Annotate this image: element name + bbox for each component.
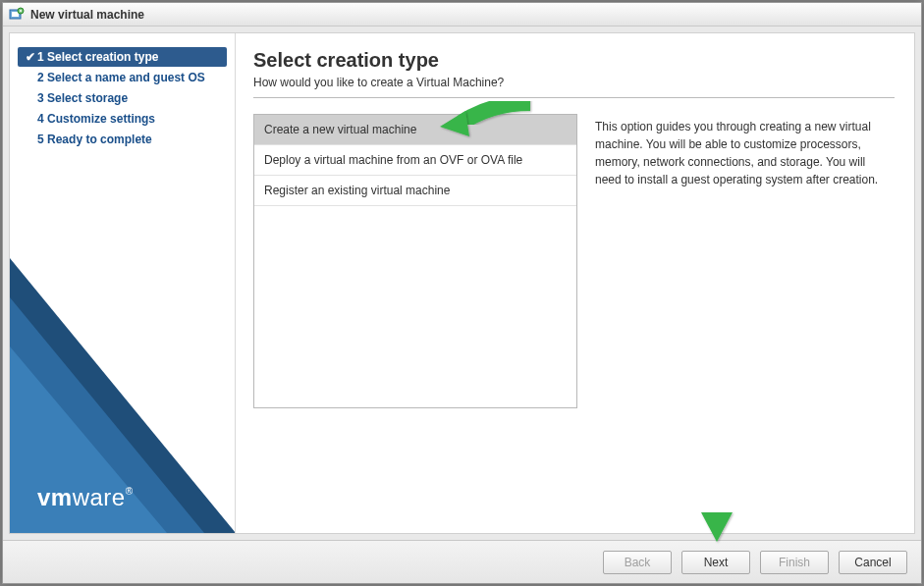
back-button[interactable]: Back bbox=[603, 551, 672, 574]
creation-type-listbox[interactable]: Create a new virtual machine Deploy a vi… bbox=[253, 114, 577, 408]
option-deploy-ovf[interactable]: Deploy a virtual machine from an OVF or … bbox=[254, 145, 576, 176]
step-num: 4 bbox=[37, 112, 44, 126]
wizard-steps: ✔ 1 Select creation type 2 Select a name… bbox=[10, 33, 235, 158]
step-select-name-guest-os[interactable]: 2 Select a name and guest OS bbox=[18, 68, 227, 87]
option-create-new-vm[interactable]: Create a new virtual machine bbox=[254, 115, 576, 145]
wizard-dialog: New virtual machine ✔ 1 Select creation … bbox=[2, 2, 922, 584]
wizard-sidebar: ✔ 1 Select creation type 2 Select a name… bbox=[10, 33, 236, 533]
titlebar: New virtual machine bbox=[3, 3, 921, 27]
step-label: Select creation type bbox=[47, 50, 158, 64]
main-panel: Select creation type How would you like … bbox=[236, 33, 914, 533]
step-select-storage[interactable]: 3 Select storage bbox=[18, 88, 227, 108]
step-label: Ready to complete bbox=[47, 133, 152, 146]
step-select-creation-type[interactable]: ✔ 1 Select creation type bbox=[18, 47, 227, 67]
step-num: 3 bbox=[37, 91, 44, 105]
step-label: Select a name and guest OS bbox=[47, 71, 205, 84]
step-customize-settings[interactable]: 4 Customize settings bbox=[18, 109, 227, 129]
step-label: Customize settings bbox=[47, 112, 155, 126]
check-icon: ✔ bbox=[24, 50, 37, 64]
step-label: Select storage bbox=[47, 91, 128, 105]
brand-area: vmware® bbox=[10, 258, 235, 533]
option-label: Deploy a virtual machine from an OVF or … bbox=[264, 153, 522, 167]
window-title: New virtual machine bbox=[30, 8, 144, 22]
next-button[interactable]: Next bbox=[681, 551, 750, 574]
page-subtitle: How would you like to create a Virtual M… bbox=[253, 76, 895, 98]
vm-icon bbox=[9, 7, 25, 23]
option-label: Register an existing virtual machine bbox=[264, 184, 450, 197]
finish-button[interactable]: Finish bbox=[760, 551, 829, 574]
step-ready-to-complete[interactable]: 5 Ready to complete bbox=[18, 130, 227, 149]
step-num: 1 bbox=[37, 50, 44, 64]
option-label: Create a new virtual machine bbox=[264, 123, 416, 136]
vmware-logo: vmware® bbox=[37, 484, 134, 511]
options-split: Create a new virtual machine Deploy a vi… bbox=[253, 114, 895, 523]
content-area: ✔ 1 Select creation type 2 Select a name… bbox=[9, 32, 915, 534]
cancel-button[interactable]: Cancel bbox=[839, 551, 907, 574]
svg-rect-1 bbox=[12, 12, 19, 17]
wizard-footer: Back Next Finish Cancel bbox=[3, 540, 921, 583]
option-description: This option guides you through creating … bbox=[595, 114, 895, 523]
page-title: Select creation type bbox=[253, 49, 895, 72]
step-num: 5 bbox=[37, 133, 44, 146]
step-num: 2 bbox=[37, 71, 44, 84]
option-register-existing[interactable]: Register an existing virtual machine bbox=[254, 176, 576, 206]
